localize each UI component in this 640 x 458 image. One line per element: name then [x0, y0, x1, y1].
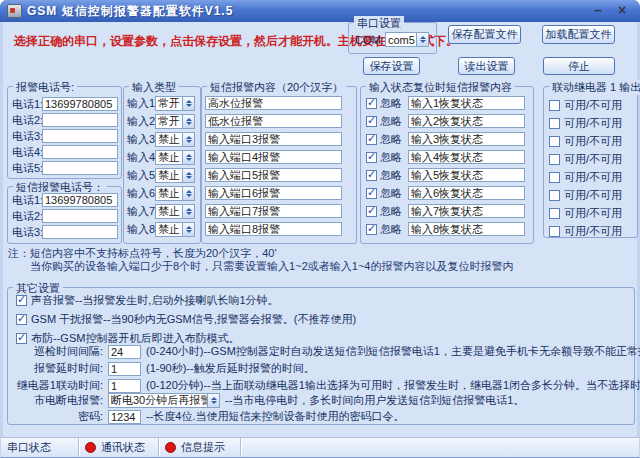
- dropdown-arrows-icon[interactable]: [416, 33, 428, 46]
- sms-content-7-input[interactable]: [205, 204, 342, 218]
- relay-enable-checkbox-8[interactable]: [549, 226, 560, 237]
- dropdown-arrows-icon[interactable]: [182, 169, 194, 182]
- ignore-checkbox-5[interactable]: [366, 170, 377, 181]
- ignore-checkbox-8[interactable]: [366, 224, 377, 235]
- relay-enable-checkbox-2[interactable]: [549, 118, 560, 129]
- input-2-type-select[interactable]: 常开: [155, 114, 195, 129]
- reset-content-group-label: 输入状态复位时短信报警内容: [366, 80, 515, 95]
- reset-content-8-input[interactable]: [408, 222, 525, 236]
- comm-status-dot-icon: [85, 442, 96, 453]
- dropdown-arrows-icon[interactable]: [182, 151, 194, 164]
- dropdown-arrows-icon[interactable]: [182, 115, 194, 128]
- alarm-phone-2-input[interactable]: [42, 113, 118, 127]
- alarm-delay-input[interactable]: [108, 362, 141, 376]
- ignore-label: 忽略: [380, 150, 402, 165]
- message-hint-panel: 信息提示: [159, 438, 241, 457]
- dropdown-arrows-icon[interactable]: [182, 223, 194, 236]
- reset-content-2-input[interactable]: [408, 114, 525, 128]
- phone-label: 电话1:: [12, 97, 42, 112]
- ignore-checkbox-6[interactable]: [366, 188, 377, 199]
- app-window: GSM 短信控制报警器配置软件V1.5 – × 选择正确的串口，设置参数，点击保…: [0, 0, 640, 458]
- load-config-file-button[interactable]: 加载配置文件: [542, 25, 615, 44]
- phone-label: 电话5:: [12, 161, 42, 176]
- read-settings-button[interactable]: 读出设置: [458, 57, 515, 75]
- ignore-checkbox-1[interactable]: [366, 98, 377, 109]
- alarm-phone-3-input[interactable]: [42, 129, 118, 143]
- reset-content-1-input[interactable]: [408, 96, 525, 110]
- ignore-checkbox-7[interactable]: [366, 206, 377, 217]
- sound-alarm-checkbox[interactable]: [16, 295, 27, 306]
- ignore-label: 忽略: [380, 186, 402, 201]
- dropdown-arrows-icon[interactable]: [182, 187, 194, 200]
- close-button[interactable]: ×: [612, 2, 632, 18]
- dropdown-arrows-icon[interactable]: [207, 394, 219, 407]
- sms-content-2-input[interactable]: [205, 114, 342, 128]
- reset-content-6-input[interactable]: [408, 186, 525, 200]
- reset-content-4-input[interactable]: [408, 150, 525, 164]
- relay-outputs-group-label: 联动继电器 1 输出: [549, 80, 640, 95]
- relay1-linkage-time-desc: (0-120分钟)--当上面联动继电器1输出选择为可用时，报警发生时，继电器1闭…: [146, 378, 640, 393]
- relay-option-label: 可用/不可用: [564, 206, 622, 221]
- dropdown-arrows-icon[interactable]: [182, 97, 194, 110]
- sms-phone-3-input[interactable]: [42, 225, 118, 239]
- ignore-checkbox-3[interactable]: [366, 134, 377, 145]
- relay-enable-checkbox-4[interactable]: [549, 154, 560, 165]
- alarm-delay-desc: (1-90秒)--触发后延时报警的时间。: [146, 361, 315, 376]
- reset-content-5-input[interactable]: [408, 168, 525, 182]
- gsm-jam-alarm-checkbox[interactable]: [16, 314, 27, 325]
- sms-content-1-input[interactable]: [205, 96, 342, 110]
- stop-button[interactable]: 停止: [543, 57, 615, 75]
- input-6-type-select[interactable]: 禁止: [155, 186, 195, 201]
- sms-content-3-input[interactable]: [205, 132, 342, 146]
- sms-phone-2-input[interactable]: [42, 209, 118, 223]
- ignore-label: 忽略: [380, 132, 402, 147]
- password-input[interactable]: [108, 410, 141, 424]
- input-8-type-select[interactable]: 禁止: [155, 222, 195, 237]
- relay-option-label: 可用/不可用: [564, 170, 622, 185]
- input-label: 输入6: [127, 186, 155, 201]
- com-port-select[interactable]: com5: [385, 32, 429, 47]
- password-label: 密码:: [8, 409, 103, 424]
- input-5-type-select[interactable]: 禁止: [155, 168, 195, 183]
- save-settings-button[interactable]: 保存设置: [363, 57, 420, 75]
- dropdown-arrows-icon[interactable]: [182, 133, 194, 146]
- relay1-linkage-time-input[interactable]: [108, 379, 141, 393]
- alarm-phone-5-input[interactable]: [42, 161, 118, 175]
- alarm-phone-4-input[interactable]: [42, 145, 118, 159]
- sms-phone-1-input[interactable]: [42, 193, 118, 207]
- sms-content-8-input[interactable]: [205, 222, 342, 236]
- patrol-interval-input[interactable]: [108, 345, 141, 359]
- save-config-file-button[interactable]: 保存配置文件: [448, 25, 521, 44]
- input-7-type-select[interactable]: 禁止: [155, 204, 195, 219]
- input-4-type-select[interactable]: 禁止: [155, 150, 195, 165]
- ignore-checkbox-4[interactable]: [366, 152, 377, 163]
- phone-label: 电话2:: [12, 209, 42, 224]
- patrol-interval-label: 巡检时间间隔:: [8, 344, 103, 359]
- input-label: 输入8: [127, 222, 155, 237]
- reset-content-3-input[interactable]: [408, 132, 525, 146]
- phone-label: 电话3:: [12, 225, 42, 240]
- relay-option-label: 可用/不可用: [564, 152, 622, 167]
- ignore-checkbox-2[interactable]: [366, 116, 377, 127]
- relay-enable-checkbox-5[interactable]: [549, 172, 560, 183]
- reset-content-7-input[interactable]: [408, 204, 525, 218]
- relay-option-label: 可用/不可用: [564, 188, 622, 203]
- sms-content-group-label: 短信报警内容（20个汉字）: [207, 80, 346, 95]
- alarm-phone-1-input[interactable]: [42, 97, 118, 111]
- sms-content-4-input[interactable]: [205, 150, 342, 164]
- relay-enable-checkbox-3[interactable]: [549, 136, 560, 147]
- relay-enable-checkbox-6[interactable]: [549, 190, 560, 201]
- sms-content-5-input[interactable]: [205, 168, 342, 182]
- sms-content-6-input[interactable]: [205, 186, 342, 200]
- input-label: 输入2: [127, 114, 155, 129]
- power-fail-alarm-select[interactable]: 断电30分钟后再报警: [108, 393, 220, 408]
- password-desc: --长度4位.当使用短信来控制设备时使用的密码口令。: [146, 409, 405, 424]
- message-hint-dot-icon: [165, 442, 176, 453]
- relay-enable-checkbox-1[interactable]: [549, 100, 560, 111]
- minimize-button[interactable]: –: [588, 2, 608, 18]
- relay-enable-checkbox-7[interactable]: [549, 208, 560, 219]
- dropdown-arrows-icon[interactable]: [182, 205, 194, 218]
- input-1-type-select[interactable]: 常开: [155, 96, 195, 111]
- input-3-type-select[interactable]: 禁止: [155, 132, 195, 147]
- arm-on-boot-checkbox[interactable]: [16, 333, 27, 344]
